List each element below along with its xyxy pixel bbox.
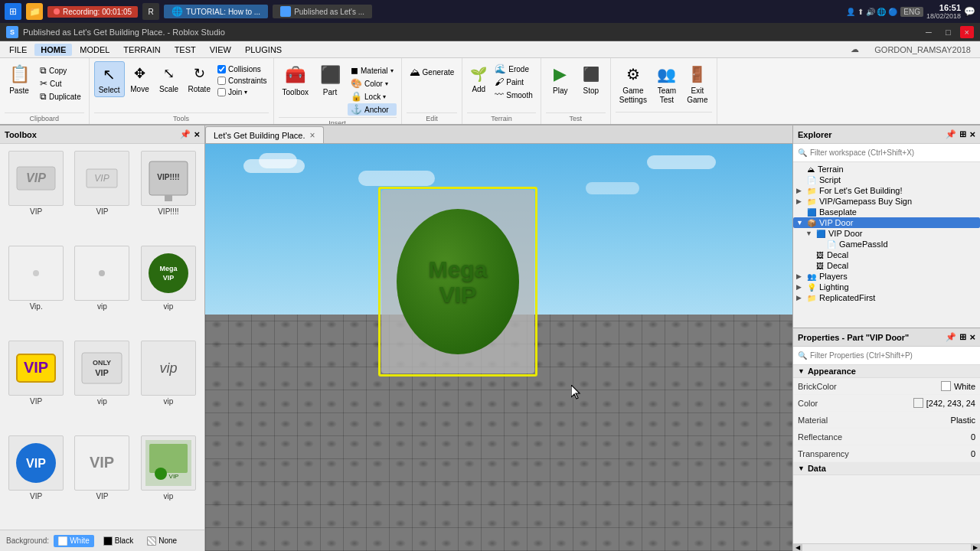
list-item[interactable]: Mega VIP vip <box>137 243 200 335</box>
scroll-right-btn[interactable]: ▶ <box>971 544 980 552</box>
stop-btn[interactable]: ⬛ Stop <box>577 61 606 97</box>
duplicate-btn[interactable]: ⧉ Duplicate <box>37 90 84 103</box>
toolbox-pin-btn[interactable]: 📌 <box>180 129 191 139</box>
anchor-btn[interactable]: ⚓ Anchor <box>348 103 397 116</box>
menu-view[interactable]: VIEW <box>204 44 237 56</box>
erode-btn[interactable]: 🌊 Erode <box>492 63 535 75</box>
smooth-btn[interactable]: 〰 Smooth <box>492 89 535 101</box>
constraints-check[interactable]: Constraints <box>216 76 269 86</box>
join-check[interactable]: Join ▾ <box>216 87 269 97</box>
prop-row[interactable]: Reflectance 0 <box>793 429 980 445</box>
join-checkbox[interactable] <box>217 88 226 96</box>
rotate-btn[interactable]: ↻ Rotate <box>185 61 214 96</box>
select-btn[interactable]: ↖ Select <box>94 61 125 97</box>
lock-btn[interactable]: 🔒 Lock ▾ <box>348 90 397 103</box>
list-item[interactable]: VIP VIP <box>70 433 133 525</box>
collisions-checkbox[interactable] <box>217 65 226 73</box>
vip-sign-arrow[interactable]: ▶ <box>796 197 805 205</box>
tree-item[interactable]: ⛰ Terrain <box>793 164 980 174</box>
constraints-checkbox[interactable] <box>217 77 226 85</box>
list-item[interactable]: Vip. <box>5 243 67 335</box>
tab-close-icon[interactable]: × <box>310 130 315 141</box>
taskbar-icon-roblox[interactable]: R <box>142 3 159 20</box>
prop-row[interactable]: Material Plastic <box>793 412 980 429</box>
prop-pin-btn[interactable]: 📌 <box>946 332 956 342</box>
material-btn[interactable]: ◼ Material ▾ <box>348 64 397 77</box>
prop-row[interactable]: Transparency 0 <box>793 445 980 462</box>
lock-drop[interactable]: ▾ <box>383 93 386 100</box>
taskbar-browser-tab2[interactable]: Published as Let's ... <box>273 5 372 18</box>
join-dropdown-arrow[interactable]: ▾ <box>244 89 247 96</box>
tree-item[interactable]: 🖼 Decal <box>793 249 980 260</box>
scale-btn[interactable]: ⤡ Scale <box>155 61 183 96</box>
explorer-close-btn[interactable]: × <box>969 129 975 140</box>
team-test-btn[interactable]: 👥 Team Test <box>652 61 681 107</box>
color-btn[interactable]: 🎨 Color ▾ <box>348 77 397 90</box>
material-drop[interactable]: ▾ <box>390 67 394 74</box>
menu-model[interactable]: MODEL <box>74 44 116 56</box>
tree-item[interactable]: 📄 Script <box>793 174 980 185</box>
generate-btn[interactable]: ⛰ Generate <box>407 64 458 80</box>
bg-black-option[interactable]: Black <box>99 535 138 547</box>
explorer-filter-bar[interactable]: 🔍 <box>793 144 980 162</box>
color-drop[interactable]: ▾ <box>385 80 388 87</box>
prop-close-btn[interactable]: × <box>969 331 975 343</box>
tree-item[interactable]: 📄 GamePassId <box>793 239 980 249</box>
menu-file[interactable]: FILE <box>3 44 33 56</box>
taskbar-icon-explorer[interactable]: 📁 <box>26 3 43 20</box>
bg-none-option[interactable]: None <box>142 535 181 547</box>
tree-item[interactable]: ▶ 👥 Players <box>793 271 980 282</box>
bg-white-option[interactable]: White <box>54 535 94 547</box>
list-item[interactable]: vip vip <box>137 338 200 430</box>
list-item[interactable]: VIP VIP <box>5 148 67 240</box>
vip-door-arrow[interactable]: ▼ <box>796 219 805 227</box>
move-btn[interactable]: ✥ Move <box>126 61 154 96</box>
list-item[interactable]: VIP VIP <box>5 338 67 430</box>
tree-item[interactable]: ▼ 📦 VIP Door <box>793 217 980 228</box>
copy-btn[interactable]: ⧉ Copy <box>37 64 84 77</box>
prop-row[interactable]: BrickColor White <box>793 378 980 395</box>
building-folder-arrow[interactable]: ▶ <box>796 187 805 194</box>
replicated-arrow[interactable]: ▶ <box>796 294 805 302</box>
minimize-btn[interactable]: ─ <box>921 26 936 38</box>
add-btn[interactable]: 🌱 Add <box>467 64 490 95</box>
toolbox-close-btn[interactable]: × <box>194 129 200 140</box>
appearance-section-header[interactable]: ▼ Appearance <box>793 365 980 378</box>
play-btn[interactable]: ▶ Play <box>546 61 575 97</box>
tree-item[interactable]: ▶ 📁 VIP/Gamepass Buy Sign <box>793 196 980 207</box>
menu-plugins[interactable]: PLUGINS <box>239 44 288 56</box>
tree-item[interactable]: ▶ 📁 For Let's Get Building! <box>793 185 980 196</box>
properties-h-scrollbar[interactable]: ◀ ▶ <box>793 543 980 551</box>
tree-item[interactable]: ▼ 🟦 VIP Door <box>793 228 980 239</box>
viewport-tab-active[interactable]: Let's Get Building Place. × <box>205 126 324 143</box>
list-item[interactable]: VIP VIP <box>5 433 67 525</box>
toolbox-btn[interactable]: 🧰 Toolbox <box>279 61 312 99</box>
cut-btn[interactable]: ✂ Cut <box>37 77 84 90</box>
game-settings-btn[interactable]: ⚙ Game Settings <box>616 61 651 107</box>
explorer-search-input[interactable] <box>810 148 975 157</box>
tree-item[interactable]: ▶ 💡 Lighting <box>793 282 980 292</box>
list-item[interactable]: VIP vip <box>137 433 200 525</box>
vip-door-child-arrow[interactable]: ▼ <box>805 230 815 237</box>
menu-terrain[interactable]: TERRAIN <box>117 44 166 56</box>
menu-home[interactable]: HOME <box>34 44 72 56</box>
tree-item[interactable]: 🖼 Decal <box>793 260 980 271</box>
explorer-expand-btn[interactable]: ⊞ <box>959 129 966 139</box>
paint-btn[interactable]: 🖌 Paint <box>492 76 535 88</box>
tree-item[interactable]: 🟦 Baseplate <box>793 207 980 217</box>
notification-btn[interactable]: 💬 <box>964 6 975 17</box>
explorer-pin-btn[interactable]: 📌 <box>946 129 956 139</box>
properties-filter-bar[interactable]: 🔍 <box>793 347 980 365</box>
players-arrow[interactable]: ▶ <box>796 272 805 280</box>
menu-test[interactable]: TEST <box>168 44 202 56</box>
paste-btn[interactable]: 📋 Paste <box>5 61 34 97</box>
properties-search-input[interactable] <box>810 351 975 360</box>
maximize-btn[interactable]: □ <box>941 26 956 38</box>
collisions-check[interactable]: Collisions <box>216 64 269 74</box>
taskbar-browser-tab1[interactable]: 🌐 TUTORIAL: How to ... <box>164 5 268 18</box>
list-item[interactable]: VIP VIP <box>70 148 133 240</box>
lighting-arrow[interactable]: ▶ <box>796 283 805 291</box>
list-item[interactable]: ONLY VIP vip <box>70 338 133 430</box>
exit-game-btn[interactable]: 🚪 Exit Game <box>683 61 712 107</box>
windows-start-btn[interactable]: ⊞ <box>5 3 21 20</box>
